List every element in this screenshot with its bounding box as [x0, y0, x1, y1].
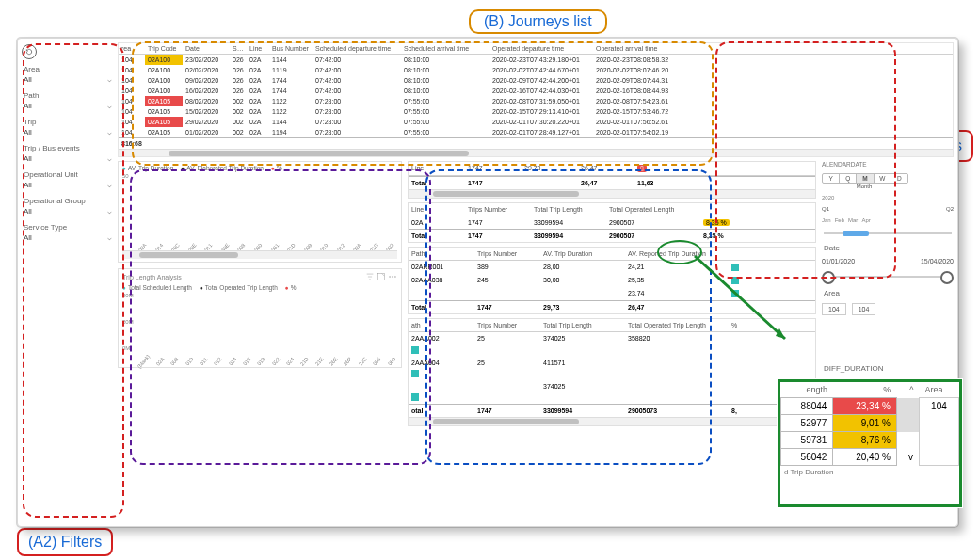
cell: 104 — [119, 127, 145, 137]
date-to[interactable]: 15/04/2020 — [921, 258, 954, 264]
cell: 07:42:00 — [313, 86, 401, 96]
cell: 2AAA002 — [409, 333, 474, 344]
col-header[interactable]: AV. Reported Trip Duration — [625, 248, 729, 259]
chart-trip-duration: AV. Trip Duration AV. Elaborated Trip Du… — [118, 161, 402, 263]
x-tick: 019 — [255, 355, 267, 367]
table-row[interactable]: 02AAA03824530,0025,35 — [409, 274, 815, 287]
cell: 29/02/2020 — [183, 117, 230, 127]
date-from[interactable]: 01/01/2020 — [822, 258, 855, 264]
col-header[interactable]: Bus Number — [269, 43, 313, 54]
table-row[interactable]: 10402A10023/02/202002602A114407:42:0008:… — [119, 55, 953, 65]
seg-d[interactable]: D — [891, 174, 907, 183]
table-row[interactable]: 10402A10515/02/202000202A112207:28:0007:… — [119, 106, 953, 117]
cell: 026 — [230, 65, 247, 75]
cell: 358820 — [625, 333, 729, 344]
col-header[interactable]: Line — [409, 204, 465, 215]
col-header[interactable]: Trips Number — [474, 248, 540, 259]
cell: 02A — [247, 96, 269, 106]
filter-dropdown[interactable]: All — [22, 73, 114, 91]
cell: 23/02/2020 — [183, 55, 230, 65]
mon-mar: Mar — [848, 217, 858, 223]
h: Line — [409, 163, 465, 174]
filter-dropdown[interactable]: All — [22, 126, 114, 144]
col-header[interactable] — [700, 204, 738, 215]
col-header[interactable]: Operated departure time — [490, 43, 593, 54]
table-row[interactable]: 10402A10016/02/202002602A174407:42:0008:… — [119, 86, 953, 96]
seg-m[interactable]: M — [857, 174, 874, 183]
h-scrollbar[interactable] — [119, 149, 953, 157]
col-header[interactable]: AV. Trip Duration — [540, 248, 625, 259]
col-header[interactable]: Path — [409, 248, 474, 259]
cell: 104 — [119, 96, 145, 106]
seg-q[interactable]: Q — [840, 174, 857, 183]
table-row[interactable]: 23,74 — [409, 287, 815, 300]
area-2[interactable]: 104 — [852, 303, 876, 315]
legend-c: % — [271, 165, 282, 171]
c: 26,47 — [578, 178, 634, 188]
col-header[interactable]: Trips Number — [474, 320, 540, 330]
col-header[interactable]: ath — [409, 320, 474, 330]
cell: 25 — [474, 358, 540, 368]
table-row[interactable]: 10402A10508/02/202000202A112207:28:0007:… — [119, 96, 953, 106]
cell: 02A100 — [145, 55, 183, 65]
col-header[interactable]: % — [729, 320, 742, 330]
col-header[interactable]: rea — [119, 43, 145, 54]
date-slider[interactable] — [822, 270, 954, 283]
table-row[interactable]: 10402A10002/02/202002602A111907:42:0008:… — [119, 65, 953, 75]
filter-dropdown[interactable]: All — [22, 232, 114, 249]
svg-point-2 — [392, 276, 393, 277]
cell: 30,00 — [540, 275, 625, 286]
cell: 1122 — [269, 96, 313, 106]
c: 33099594 — [531, 231, 606, 241]
month-slider[interactable] — [822, 229, 954, 238]
col-header[interactable]: Trips Number — [465, 204, 531, 215]
area-1[interactable]: 104 — [822, 303, 846, 315]
filter-label: Area — [22, 65, 114, 73]
table-row[interactable]: 10402A10501/02/202000202A119407:28:0007:… — [119, 127, 953, 137]
agg4-scroll[interactable] — [409, 417, 815, 425]
seg-w[interactable]: W — [875, 174, 891, 183]
col-header[interactable]: Date — [183, 43, 230, 54]
table-row[interactable]: 10402A10009/02/202002602A174407:42:0008:… — [119, 75, 953, 86]
refresh-icon[interactable] — [22, 44, 37, 59]
filter-dropdown[interactable]: All — [22, 152, 114, 170]
col-header[interactable]: Scheduled arrival time — [401, 43, 490, 54]
cell: 2020-02-02T08:07:46.20 — [593, 65, 697, 75]
cell: 08:10:00 — [401, 75, 490, 86]
col-header[interactable]: Total Operated Trip Length — [625, 320, 729, 330]
chart1-scroll[interactable] — [122, 250, 397, 259]
table-row[interactable]: 10402A10529/02/202000202A114407:28:0007:… — [119, 117, 953, 127]
cell: 002 — [230, 127, 247, 137]
col-header[interactable]: Operated arrival time — [593, 43, 697, 54]
h: 26,47 — [578, 163, 634, 174]
annotation-b-label: (B) Journeys list — [469, 9, 607, 34]
filter-dropdown[interactable]: All — [22, 179, 114, 197]
seg-y[interactable]: Y — [823, 174, 840, 183]
table-row[interactable]: 02ARR00138928,0024,21 — [409, 261, 815, 274]
cell: 2020-02-01T07:54:02.19 — [593, 127, 697, 137]
col-header[interactable]: Shift — [230, 43, 247, 54]
table-row[interactable]: 374025 — [409, 380, 815, 404]
col-header[interactable]: Trip Code — [145, 43, 183, 54]
table-row[interactable]: 2AAA00225374025358820 — [409, 332, 815, 356]
cell — [625, 358, 729, 368]
annotation-a2-label: (A2) Filters — [17, 528, 113, 556]
chart-toolbar[interactable] — [365, 272, 397, 282]
col-header[interactable]: Scheduled departure time — [313, 43, 401, 54]
c: 33099594 — [531, 217, 606, 228]
filter-dropdown[interactable]: All — [22, 100, 114, 118]
filter-dropdown[interactable]: All — [22, 205, 114, 223]
z20: 59731 — [781, 432, 833, 449]
agg1-scroll[interactable] — [409, 189, 815, 198]
cell: 2020-02-08T07:54:23.61 — [593, 96, 697, 106]
col-header[interactable] — [729, 248, 742, 259]
col-header[interactable]: Line — [247, 43, 269, 54]
calendar-seg[interactable]: Y Q M W D — [822, 173, 908, 184]
cell: 07:28:00 — [313, 96, 401, 106]
col-header[interactable]: Total Trip Length — [540, 320, 625, 330]
table-row[interactable]: 2AAA00425411571 — [409, 357, 815, 380]
col-header[interactable]: Total Trip Length — [531, 204, 606, 215]
cell: 1194 — [269, 127, 313, 137]
col-header[interactable]: Total Operated Length — [606, 204, 700, 215]
cell — [729, 381, 742, 392]
